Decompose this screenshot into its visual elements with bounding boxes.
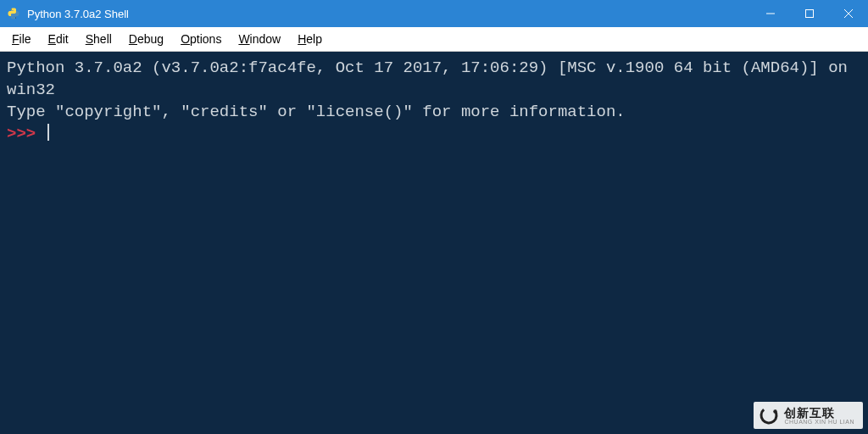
- close-button[interactable]: [829, 0, 868, 27]
- menu-file[interactable]: File: [3, 30, 40, 48]
- svg-point-7: [774, 409, 778, 414]
- menu-help[interactable]: Help: [289, 30, 331, 48]
- watermark: 创新互联 CHUANG XIN HU LIAN: [754, 402, 863, 429]
- svg-rect-3: [806, 10, 814, 18]
- app-icon: [7, 7, 20, 20]
- watermark-logo-icon: [759, 405, 779, 426]
- minimize-button[interactable]: [751, 0, 790, 27]
- shell-output[interactable]: Python 3.7.0a2 (v3.7.0a2:f7ac4fe, Oct 17…: [0, 52, 868, 434]
- banner-line-2: Type "copyright", "credits" or "license(…: [7, 103, 626, 121]
- watermark-text: 创新互联: [784, 407, 854, 419]
- menu-window[interactable]: Window: [230, 30, 289, 48]
- svg-point-1: [15, 18, 16, 19]
- watermark-subtext: CHUANG XIN HU LIAN: [784, 419, 854, 425]
- titlebar: Python 3.7.0a2 Shell: [0, 0, 868, 27]
- prompt: >>>: [7, 125, 46, 143]
- window-buttons: [751, 0, 868, 27]
- menu-edit[interactable]: Edit: [40, 30, 77, 48]
- app-window: Python 3.7.0a2 Shell File Edit Shell Deb…: [0, 0, 868, 434]
- menu-shell[interactable]: Shell: [77, 30, 120, 48]
- banner-line-1: Python 3.7.0a2 (v3.7.0a2:f7ac4fe, Oct 17…: [7, 58, 857, 99]
- svg-point-6: [759, 405, 779, 426]
- menubar: File Edit Shell Debug Options Window Hel…: [0, 27, 868, 52]
- window-title: Python 3.7.0a2 Shell: [27, 8, 751, 20]
- svg-point-0: [11, 9, 12, 10]
- menu-debug[interactable]: Debug: [120, 30, 172, 48]
- text-cursor: [47, 124, 49, 141]
- maximize-button[interactable]: [790, 0, 829, 27]
- menu-options[interactable]: Options: [172, 30, 230, 48]
